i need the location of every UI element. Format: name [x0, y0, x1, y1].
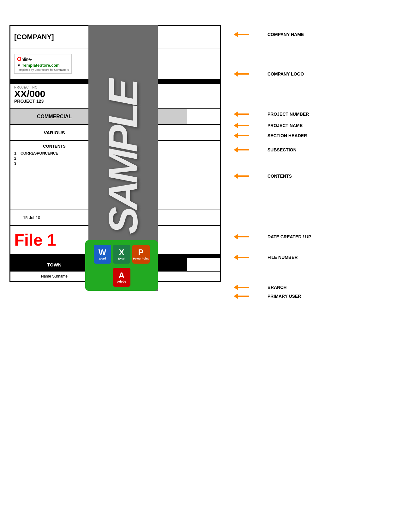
logo-template-text: TemplateStore.com — [22, 63, 60, 68]
word-label: Word — [99, 257, 106, 260]
annotation-file-number: FILE NUMBER — [234, 254, 298, 260]
arrow-head — [234, 32, 238, 37]
annotation-subsection: SUBSECTION — [234, 147, 297, 153]
annotation-primary-user: PRIMARY USER — [234, 293, 301, 299]
section-header-annotation: SECTION HEADER — [267, 133, 307, 138]
arrow-body — [238, 125, 249, 126]
arrow-head — [234, 123, 238, 128]
file-number-annotation: FILE NUMBER — [267, 255, 298, 260]
arrow-file-number — [234, 254, 249, 260]
arrow-company-logo — [234, 71, 249, 77]
powerpoint-icon: P PowerPoint — [132, 245, 150, 264]
logo-box: Online- ▼ TemplateStore.com Templates by… — [14, 51, 94, 77]
logo-green-arrow: ▼ — [17, 63, 21, 68]
project-name-text: PROJECT 123 — [14, 99, 94, 104]
arrow-body — [238, 34, 249, 35]
ppt-letter: P — [138, 248, 143, 256]
subsection-text: VARIOUS — [44, 130, 65, 135]
file-number-text: File 1 — [14, 232, 56, 248]
annotation-branch: BRANCH — [234, 284, 287, 290]
annotation-project-number: PROJECT NUMBER — [234, 111, 309, 117]
arrow-head — [234, 71, 238, 77]
arrow-head — [234, 111, 238, 117]
sample-text: SAMPLE — [99, 82, 147, 234]
arrow-body — [238, 149, 249, 150]
contents-title: CONTENTS — [14, 144, 94, 149]
list-item: 1 CORRESPONCENCE — [14, 151, 94, 156]
logo-template-line: ▼ TemplateStore.com — [17, 63, 69, 68]
arrow-head — [234, 293, 238, 299]
excel-label: Excel — [118, 257, 125, 260]
arrow-head — [234, 234, 238, 240]
arrow-body — [238, 135, 249, 136]
arrow-section-header — [234, 133, 249, 138]
office-icons-overlay: W Word X Excel P PowerPoint A Adobe — [85, 240, 158, 291]
project-name-annotation: PROJECT NAME — [267, 123, 303, 128]
company-name-annotation: COMPANY NAME — [267, 32, 304, 37]
date-text: 15-Jul-10 — [23, 215, 40, 220]
logo-tagline: Templates by Contractors for Contractors — [17, 68, 69, 72]
logo-left: Online- ▼ TemplateStore.com Templates by… — [10, 48, 99, 79]
branch-text: TOWN — [47, 262, 62, 267]
arrow-body — [238, 257, 249, 258]
arrow-contents — [234, 173, 249, 179]
list-item: 3 — [14, 161, 94, 166]
branch-annotation: BRANCH — [267, 285, 287, 290]
list-item: 2 — [14, 156, 94, 161]
arrow-body — [238, 175, 249, 177]
primary-user-annotation: PRIMARY USER — [267, 294, 301, 299]
ppt-label: PowerPoint — [133, 257, 149, 260]
arrow-project-number — [234, 111, 249, 117]
annotation-section-header: SECTION HEADER — [234, 133, 307, 138]
annotation-contents: CONTENTS — [234, 173, 292, 179]
excel-letter: X — [119, 248, 124, 256]
logo-inner: Online- ▼ TemplateStore.com Templates by… — [14, 54, 72, 74]
project-left: PROJECT NO. XX/000 PROJECT 123 — [10, 84, 99, 108]
arrow-primary-user — [234, 293, 249, 299]
arrow-body — [238, 296, 249, 297]
arrow-head — [234, 254, 238, 260]
arrow-head — [234, 133, 238, 138]
arrow-head — [234, 173, 238, 179]
section-header-text: COMMERCIAL — [37, 114, 72, 119]
company-name-text: [COMPANY] — [14, 29, 94, 45]
arrow-project-name — [234, 123, 249, 128]
arrow-company-name — [234, 32, 249, 37]
project-number-text: XX/000 — [14, 89, 94, 99]
arrow-head — [234, 284, 238, 290]
arrow-subsection — [234, 147, 249, 153]
company-logo-annotation: COMPANY LOGO — [267, 71, 304, 76]
contents-left: CONTENTS 1 CORRESPONCENCE 2 3 — [10, 141, 99, 210]
subsection-left: VARIOUS — [10, 125, 99, 140]
arrow-body — [238, 287, 249, 288]
pdf-icon: A Adobe — [113, 268, 130, 287]
excel-icon: X Excel — [113, 245, 130, 264]
pdf-label: Adobe — [117, 280, 126, 283]
arrow-date-created — [234, 234, 249, 240]
pdf-letter: A — [119, 271, 125, 279]
arrow-body — [238, 73, 249, 75]
arrow-branch — [234, 284, 249, 290]
logo-online-line: Online- — [17, 56, 69, 63]
annotation-project-name: PROJECT NAME — [234, 123, 303, 128]
company-name-left: [COMPANY] — [10, 26, 99, 48]
annotation-company-logo: COMPANY LOGO — [234, 71, 304, 77]
logo-o: Online- — [17, 57, 32, 62]
subsection-annotation: SUBSECTION — [267, 147, 297, 152]
project-number-annotation: PROJECT NUMBER — [267, 112, 309, 117]
date-created-annotation: DATE CREATED / UP — [267, 234, 311, 239]
arrow-body — [238, 236, 249, 237]
section-header-left: COMMERCIAL — [10, 109, 99, 124]
annotation-company-name: COMPANY NAME — [234, 32, 304, 37]
date-left: 15-Jul-10 — [10, 210, 99, 225]
list-item-label: CORRESPONCENCE — [21, 151, 58, 156]
annotation-date-created: DATE CREATED / UP — [234, 234, 311, 240]
contents-annotation: CONTENTS — [267, 174, 292, 179]
word-icon: W Word — [94, 245, 111, 264]
arrow-head — [234, 147, 238, 153]
logo-O-red: O — [17, 56, 21, 62]
user-text: Name Surname — [41, 274, 68, 278]
page-container: [COMPANY] ANY] Online- ▼ TemplateStore.c… — [0, 0, 408, 532]
arrow-body — [238, 113, 249, 115]
word-letter: W — [99, 248, 106, 256]
